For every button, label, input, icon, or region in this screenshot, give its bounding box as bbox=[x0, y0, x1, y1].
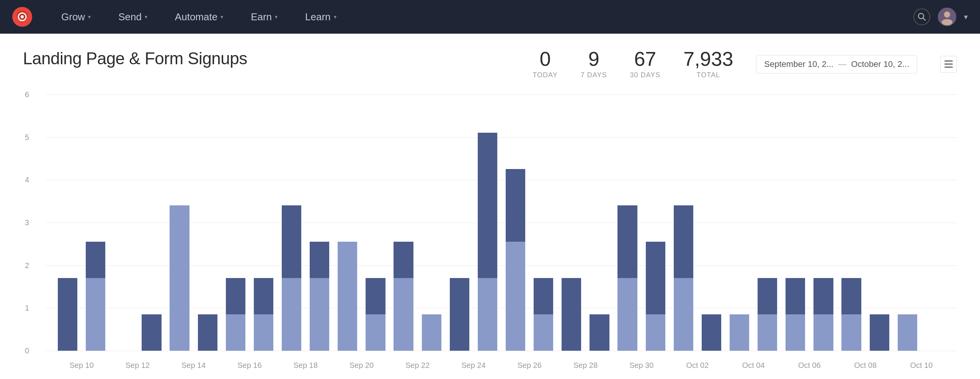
earn-chevron: ▾ bbox=[275, 14, 278, 20]
bar-group bbox=[166, 94, 194, 351]
svg-point-7 bbox=[942, 19, 952, 25]
main-content: Landing Page & Form Signups 0 TODAY 9 7 … bbox=[0, 34, 980, 379]
bar-segment-dark bbox=[198, 314, 217, 351]
bar-stack bbox=[590, 314, 609, 351]
bar-group bbox=[333, 94, 361, 351]
x-axis-label: Sep 22 bbox=[390, 361, 446, 370]
nav-automate[interactable]: Automate ▾ bbox=[161, 0, 237, 34]
bar-segment-light bbox=[758, 314, 777, 351]
x-axis-label: Sep 16 bbox=[222, 361, 278, 370]
bar-segment-dark bbox=[366, 278, 385, 314]
chart-area: 0123456 Sep 10Sep 12Sep 14Sep 16Sep 18Se… bbox=[23, 94, 957, 370]
bar-stack bbox=[198, 314, 217, 351]
nav-send[interactable]: Send ▾ bbox=[105, 0, 161, 34]
bar-segment-light bbox=[86, 278, 105, 351]
bar-group bbox=[781, 94, 809, 351]
bar-segment-dark bbox=[562, 278, 581, 351]
bar-stack bbox=[338, 242, 357, 351]
nav-grow[interactable]: Grow ▾ bbox=[47, 0, 105, 34]
bar-segment-dark bbox=[786, 278, 805, 314]
bar-stack bbox=[870, 314, 889, 351]
x-axis-label: Oct 04 bbox=[725, 361, 781, 370]
bar-group bbox=[838, 94, 866, 351]
navbar: Grow ▾ Send ▾ Automate ▾ Earn ▾ Learn ▾ bbox=[0, 0, 980, 34]
y-axis-label: 4 bbox=[25, 176, 29, 184]
bar-stack bbox=[674, 205, 693, 351]
bar-segment-dark bbox=[226, 278, 245, 314]
bar-stack bbox=[226, 278, 245, 351]
date-range-picker[interactable]: September 10, 2... — October 10, 2... bbox=[756, 55, 917, 73]
x-axis-label: Sep 10 bbox=[54, 361, 109, 370]
bar-segment-dark bbox=[394, 242, 413, 278]
bar-segment-dark bbox=[617, 205, 637, 278]
bar-segment-dark bbox=[646, 242, 665, 314]
bar-group bbox=[753, 94, 781, 351]
x-axis-label: Sep 26 bbox=[501, 361, 557, 370]
stats-and-controls: 0 TODAY 9 7 DAYS 67 30 DAYS 7,933 TOTAL … bbox=[532, 49, 957, 79]
svg-line-4 bbox=[923, 18, 925, 20]
user-menu-caret[interactable]: ▾ bbox=[964, 12, 968, 21]
bar-stack bbox=[394, 242, 413, 351]
bar-segment-dark bbox=[478, 133, 497, 278]
bar-stack bbox=[562, 278, 581, 351]
x-axis-label: Sep 24 bbox=[446, 361, 501, 370]
bar-segment-dark bbox=[254, 278, 273, 314]
bar-stack bbox=[813, 278, 833, 351]
x-axis-label: Oct 08 bbox=[838, 361, 893, 370]
bar-group bbox=[278, 94, 305, 351]
stat-today: 0 TODAY bbox=[532, 49, 557, 79]
stat-today-value: 0 bbox=[540, 49, 551, 69]
bar-segment-light bbox=[422, 314, 441, 351]
bar-stack bbox=[254, 278, 273, 351]
bar-stack bbox=[841, 278, 861, 351]
grid-line bbox=[46, 351, 957, 351]
bar-stack bbox=[646, 242, 665, 351]
bar-group bbox=[54, 94, 82, 351]
bar-group bbox=[361, 94, 389, 351]
x-axis-label: Oct 10 bbox=[893, 361, 949, 370]
bar-segment-dark bbox=[282, 205, 301, 278]
x-axis-label: Sep 14 bbox=[166, 361, 222, 370]
bar-segment-dark bbox=[534, 278, 553, 314]
bar-group bbox=[501, 94, 529, 351]
bar-segment-dark bbox=[758, 278, 777, 314]
app-logo[interactable] bbox=[12, 7, 32, 27]
search-icon[interactable] bbox=[913, 8, 930, 25]
bar-group bbox=[670, 94, 697, 351]
bar-segment-dark bbox=[674, 205, 693, 278]
bar-stack bbox=[170, 205, 189, 351]
bar-stack bbox=[282, 205, 301, 351]
bar-segment-light bbox=[366, 314, 385, 351]
bar-segment-light bbox=[506, 242, 525, 351]
nav-earn[interactable]: Earn ▾ bbox=[237, 0, 291, 34]
bar-group bbox=[866, 94, 893, 351]
y-axis-label: 2 bbox=[25, 261, 29, 270]
bar-segment-light bbox=[394, 278, 413, 351]
top-row: Landing Page & Form Signups 0 TODAY 9 7 … bbox=[23, 49, 957, 79]
svg-point-6 bbox=[944, 11, 950, 18]
bar-group bbox=[585, 94, 613, 351]
nav-items: Grow ▾ Send ▾ Automate ▾ Earn ▾ Learn ▾ bbox=[47, 0, 913, 34]
send-chevron: ▾ bbox=[145, 14, 147, 20]
bar-stack bbox=[366, 278, 385, 351]
date-range-end: October 10, 2... bbox=[851, 59, 909, 69]
bar-group bbox=[529, 94, 557, 351]
bar-segment-dark bbox=[841, 278, 861, 314]
svg-point-2 bbox=[21, 15, 24, 18]
bar-group bbox=[109, 94, 137, 351]
x-axis-labels: Sep 10Sep 12Sep 14Sep 16Sep 18Sep 20Sep … bbox=[46, 361, 957, 370]
bar-group bbox=[697, 94, 725, 351]
x-axis-label: Oct 06 bbox=[781, 361, 837, 370]
bar-segment-dark bbox=[870, 314, 889, 351]
bar-segment-light bbox=[534, 314, 553, 351]
nav-learn[interactable]: Learn ▾ bbox=[291, 0, 350, 34]
x-axis-label: Sep 18 bbox=[278, 361, 333, 370]
bar-segment-light bbox=[254, 314, 273, 351]
chart-menu-button[interactable] bbox=[940, 56, 957, 73]
bar-stack bbox=[310, 242, 329, 351]
bar-segment-light bbox=[617, 278, 637, 351]
bar-group bbox=[725, 94, 753, 351]
user-avatar[interactable] bbox=[938, 8, 956, 26]
bar-segment-dark bbox=[590, 314, 609, 351]
bar-group bbox=[446, 94, 474, 351]
